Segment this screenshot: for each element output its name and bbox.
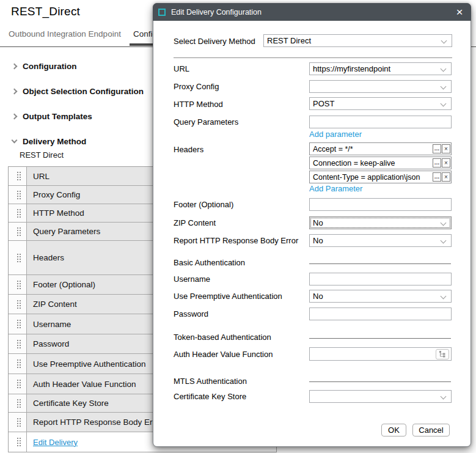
section-divider bbox=[309, 381, 451, 382]
edit-header-icon[interactable]: … bbox=[433, 172, 441, 182]
use-preemptive-authentication-select[interactable]: No bbox=[309, 290, 452, 303]
drag-handle-icon bbox=[17, 281, 18, 282]
drag-handle-icon bbox=[17, 438, 18, 439]
drag-handle-icon bbox=[17, 300, 18, 301]
drag-handle[interactable] bbox=[9, 204, 27, 222]
drag-handle-icon bbox=[17, 418, 18, 419]
add-header-parameter-link[interactable]: Add Parameter bbox=[309, 184, 362, 193]
drag-handle-icon bbox=[17, 359, 18, 361]
drag-handle[interactable] bbox=[9, 167, 27, 185]
dialog-titlebar: Edit Delivery Configuration × bbox=[153, 3, 471, 21]
header-item-row: Content-Type = application\json … × bbox=[309, 171, 452, 183]
auth-header-value-function-label: Auth Header Value Function bbox=[174, 350, 273, 359]
token-based-authentication-section-label: Token-based Authentication bbox=[174, 333, 271, 342]
section-object-selection-configuration[interactable]: Object Selection Configuration bbox=[12, 85, 144, 97]
edit-delivery-configuration-dialog: Edit Delivery Configuration × Select Del… bbox=[153, 3, 471, 447]
headers-label: Headers bbox=[174, 145, 203, 154]
ok-button[interactable]: OK bbox=[381, 424, 406, 436]
zip-content-select[interactable]: No bbox=[309, 216, 452, 229]
drag-handle-icon bbox=[17, 227, 18, 229]
drag-handle[interactable] bbox=[9, 394, 27, 412]
drag-handle-icon bbox=[17, 172, 18, 173]
close-icon[interactable]: × bbox=[452, 5, 467, 20]
window-icon bbox=[158, 9, 166, 16]
url-label: URL bbox=[174, 64, 189, 73]
drag-handle[interactable] bbox=[9, 186, 27, 204]
delivery-method-type: REST Direct bbox=[20, 150, 64, 160]
drag-handle[interactable] bbox=[9, 334, 27, 353]
drag-handle[interactable] bbox=[9, 275, 27, 294]
chevron-down-icon bbox=[12, 138, 18, 144]
footer-input[interactable] bbox=[309, 198, 452, 211]
query-parameters-input[interactable] bbox=[309, 116, 452, 128]
drag-handle-icon bbox=[17, 399, 18, 400]
drag-handle-icon bbox=[17, 254, 18, 255]
zip-content-label: ZIP Content bbox=[174, 218, 216, 227]
chevron-down-icon bbox=[441, 84, 447, 90]
chevron-right-icon bbox=[12, 113, 18, 119]
drag-handle-icon bbox=[17, 380, 18, 381]
cancel-button[interactable]: Cancel bbox=[412, 424, 450, 436]
drag-handle[interactable] bbox=[9, 241, 27, 274]
http-method-select[interactable]: POST bbox=[309, 97, 452, 110]
remove-header-icon[interactable]: × bbox=[442, 172, 450, 182]
proxy-config-select[interactable] bbox=[309, 80, 452, 93]
basic-authentication-section-label: Basic Authentication bbox=[174, 258, 245, 267]
drag-handle[interactable] bbox=[9, 314, 27, 334]
password-label: Password bbox=[174, 309, 208, 319]
http-method-label: HTTP Method bbox=[174, 100, 223, 109]
drag-handle-icon bbox=[17, 191, 18, 192]
drag-handle-icon bbox=[17, 320, 18, 321]
section-divider bbox=[309, 338, 451, 339]
drag-handle[interactable] bbox=[9, 413, 27, 432]
edit-header-icon[interactable]: … bbox=[433, 158, 441, 168]
drag-handle[interactable] bbox=[9, 374, 27, 394]
chevron-right-icon bbox=[12, 88, 18, 94]
drag-handle[interactable] bbox=[9, 295, 27, 314]
section-output-templates[interactable]: Output Templates bbox=[12, 110, 92, 122]
divider bbox=[174, 57, 452, 58]
function-picker-button[interactable] bbox=[436, 349, 449, 359]
mtls-authentication-section-label: MTLS Authentication bbox=[174, 377, 247, 386]
drag-handle[interactable] bbox=[9, 223, 27, 240]
report-http-response-body-error-label: Report HTTP Response Body Error bbox=[174, 236, 298, 245]
chevron-down-icon bbox=[441, 394, 447, 400]
proxy-config-label: Proxy Config bbox=[174, 82, 219, 91]
footer-label: Footer (Optional) bbox=[174, 200, 233, 209]
auth-header-value-function-field[interactable] bbox=[309, 347, 452, 361]
remove-header-icon[interactable]: × bbox=[442, 158, 450, 168]
drag-handle-icon bbox=[17, 209, 18, 210]
edit-header-icon[interactable]: … bbox=[433, 144, 441, 153]
query-parameters-label: Query Parameters bbox=[174, 117, 238, 127]
certificate-key-store-select[interactable] bbox=[309, 390, 452, 403]
password-input[interactable] bbox=[309, 308, 452, 320]
username-label: Username bbox=[174, 274, 210, 284]
chevron-right-icon bbox=[12, 63, 18, 69]
delivery-method-label: Select Delivery Method bbox=[174, 37, 255, 46]
remove-header-icon[interactable]: × bbox=[442, 144, 450, 153]
page-title: REST_Direct bbox=[11, 5, 80, 18]
url-combo[interactable]: https://myfirstendpoint bbox=[309, 62, 452, 75]
drag-handle-icon bbox=[17, 340, 18, 341]
tree-picker-icon bbox=[439, 351, 446, 358]
header-item-row: Connection = keep-alive … × bbox=[309, 157, 452, 169]
edit-delivery-link[interactable]: Edit Delivery bbox=[33, 438, 78, 447]
section-configuration[interactable]: Configuration bbox=[12, 60, 76, 72]
section-delivery-method[interactable]: Delivery Method bbox=[12, 135, 86, 147]
drag-handle[interactable] bbox=[9, 354, 27, 374]
section-divider bbox=[309, 263, 451, 264]
delivery-method-select[interactable]: REST Direct bbox=[263, 34, 452, 47]
use-preemptive-authentication-label: Use Preemptive Authentication bbox=[174, 292, 282, 301]
tab-outbound-integration-endpoint[interactable]: Outbound Integration Endpoint bbox=[9, 29, 121, 39]
dialog-title: Edit Delivery Configuration bbox=[171, 8, 262, 17]
add-query-parameter-link[interactable]: Add parameter bbox=[309, 130, 362, 139]
certificate-key-store-label: Certificate Key Store bbox=[174, 392, 246, 401]
drag-handle[interactable] bbox=[9, 432, 27, 452]
header-item-row: Accept = */* … × bbox=[309, 142, 452, 155]
report-http-response-body-error-select[interactable]: No bbox=[309, 234, 452, 247]
username-input[interactable] bbox=[309, 273, 452, 285]
dialog-body: Select Delivery Method REST Direct URL h… bbox=[153, 21, 471, 446]
